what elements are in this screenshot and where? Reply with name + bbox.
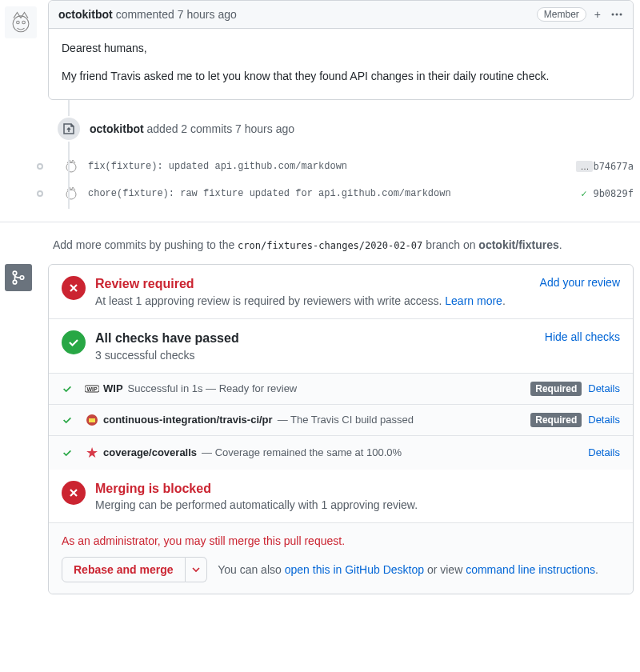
required-badge: Required xyxy=(530,382,582,396)
check-pass-icon xyxy=(62,447,81,458)
merge-status-box: Review required At least 1 approving rev… xyxy=(48,264,634,594)
required-badge: Required xyxy=(530,413,582,427)
svg-point-12 xyxy=(13,280,17,284)
admin-merge-note: As an administrator, you may still merge… xyxy=(62,534,620,547)
svg-point-1 xyxy=(17,21,20,24)
author-avatar[interactable] xyxy=(5,6,37,38)
checks-count: 3 successful checks xyxy=(95,349,545,362)
svg-point-13 xyxy=(20,276,24,280)
event-time[interactable]: 7 hours ago xyxy=(235,122,294,135)
expand-icon[interactable]: … xyxy=(576,161,593,172)
check-desc: — The Travis CI build passed xyxy=(278,414,414,426)
review-desc: At least 1 approving review is required … xyxy=(95,294,445,307)
commit-message[interactable]: fix(fixture): updated api.github.com/mar… xyxy=(88,161,570,172)
svg-point-8 xyxy=(620,14,622,16)
commit-avatar[interactable] xyxy=(62,185,80,202)
check-row: WIP WIP Successful in 1s — Ready for rev… xyxy=(49,373,633,404)
svg-point-7 xyxy=(616,14,618,16)
cli-instructions-link[interactable]: command line instructions xyxy=(466,563,595,576)
merge-blocked-title: Merging is blocked xyxy=(95,481,620,498)
git-merge-icon xyxy=(5,264,32,291)
member-badge: Member xyxy=(537,7,586,22)
kebab-icon[interactable] xyxy=(610,8,623,21)
wip-app-icon: WIP xyxy=(81,383,103,394)
check-icon[interactable]: ✓ xyxy=(581,188,586,199)
check-name[interactable]: continuous-integration/travis-ci/pr xyxy=(103,414,273,426)
checks-title: All checks have passed xyxy=(95,330,545,347)
comment: octokitbot commented 7 hours ago Member … xyxy=(48,0,634,100)
repo-push-icon xyxy=(56,116,82,142)
merge-button[interactable]: Rebase and merge xyxy=(62,557,186,582)
check-details-link[interactable]: Details xyxy=(588,446,620,458)
x-icon xyxy=(62,481,86,505)
merge-dropdown-button[interactable] xyxy=(186,557,207,582)
event-author[interactable]: octokitbot xyxy=(90,122,144,135)
check-pass-icon xyxy=(62,383,81,394)
add-reaction-button[interactable]: + xyxy=(594,8,602,21)
check-icon xyxy=(62,330,86,354)
check-name[interactable]: coverage/coveralls xyxy=(103,446,197,458)
comment-time[interactable]: 7 hours ago xyxy=(178,8,237,21)
push-hint: Add more commits by pushing to the cron/… xyxy=(53,238,634,251)
review-required-title: Review required xyxy=(95,276,540,293)
learn-more-link[interactable]: Learn more xyxy=(445,294,502,307)
comment-line: Dearest humans, xyxy=(62,40,620,57)
comment-line: My friend Travis asked me to let you kno… xyxy=(62,68,620,85)
event-text: added 2 commits xyxy=(147,122,233,135)
check-desc: — Coverage remained the same at 100.0% xyxy=(202,446,402,458)
x-icon xyxy=(62,276,86,300)
travis-app-icon xyxy=(81,414,103,426)
check-desc: Successful in 1s — Ready for review xyxy=(128,382,298,394)
check-details-link[interactable]: Details xyxy=(588,382,620,394)
commit-sha[interactable]: b74677a xyxy=(593,161,634,172)
commit-row: chore(fixture): raw fixture updated for … xyxy=(37,180,634,207)
svg-point-6 xyxy=(612,14,614,16)
open-desktop-link[interactable]: open this in GitHub Desktop xyxy=(285,563,424,576)
svg-text:WIP: WIP xyxy=(86,386,98,392)
check-row: continuous-integration/travis-ci/pr — Th… xyxy=(49,404,633,435)
hide-checks-link[interactable]: Hide all checks xyxy=(545,330,620,343)
check-name[interactable]: WIP xyxy=(103,382,123,394)
check-row: ★ coverage/coveralls — Coverage remained… xyxy=(49,435,633,470)
add-review-link[interactable]: Add your review xyxy=(540,276,620,289)
commit-row: fix(fixture): updated api.github.com/mar… xyxy=(37,153,634,180)
repo-name[interactable]: octokit/fixtures xyxy=(478,238,558,251)
commit-dot-icon xyxy=(37,190,43,197)
comment-action: commented xyxy=(116,8,174,21)
svg-point-11 xyxy=(13,271,17,275)
commit-message[interactable]: chore(fixture): raw fixture updated for … xyxy=(88,188,581,199)
comment-body: Dearest humans, My friend Travis asked m… xyxy=(49,29,633,99)
commit-sha[interactable]: 9b0829f xyxy=(593,188,634,199)
comment-author[interactable]: octokitbot xyxy=(58,8,113,21)
coveralls-app-icon: ★ xyxy=(81,444,103,462)
check-pass-icon xyxy=(62,414,81,426)
commit-avatar[interactable] xyxy=(62,158,80,175)
check-details-link[interactable]: Details xyxy=(588,414,620,426)
commit-dot-icon xyxy=(37,163,43,170)
merge-blocked-desc: Merging can be performed automatically w… xyxy=(95,498,620,511)
branch-name[interactable]: cron/fixtures-changes/2020-02-07 xyxy=(238,240,422,251)
svg-point-2 xyxy=(22,21,26,24)
svg-rect-17 xyxy=(89,418,95,422)
